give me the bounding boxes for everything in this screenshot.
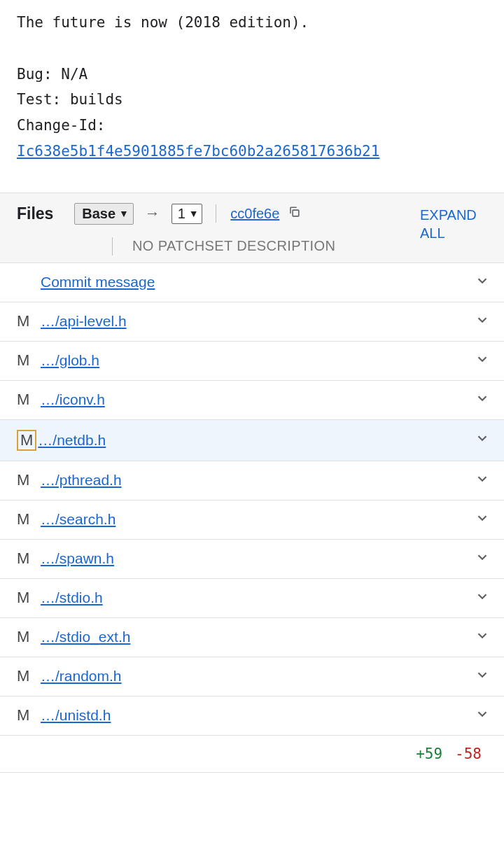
chevron-down-icon[interactable] (475, 589, 490, 608)
file-row[interactable]: M…/random.h (0, 657, 504, 696)
file-link[interactable]: …/search.h (41, 511, 475, 528)
file-status-letter: M (17, 667, 41, 685)
test-label: Test: (17, 91, 61, 108)
bug-label: Bug: (17, 66, 52, 83)
chevron-down-icon[interactable] (475, 351, 490, 370)
file-status-letter: M (17, 706, 41, 724)
chevron-down-icon[interactable] (475, 391, 490, 410)
commit-hash-link[interactable]: cc0fe6e (230, 206, 279, 221)
file-list: Commit messageM…/api-level.hM…/glob.hM…/… (0, 263, 504, 736)
total-deletions: -58 (455, 746, 482, 762)
file-row[interactable]: M…/search.h (0, 500, 504, 540)
no-patchset-desc: NO PATCHSET DESCRIPTION (132, 238, 335, 254)
commit-subject: The future is now (2018 edition). (17, 14, 309, 31)
arrow-icon: → (145, 204, 160, 223)
caret-down-icon: ▼ (189, 208, 199, 219)
file-link[interactable]: …/glob.h (41, 352, 475, 369)
file-status-letter: M (17, 312, 41, 330)
file-link[interactable]: …/stdio.h (41, 589, 475, 606)
patchset-number: 1 (178, 206, 186, 222)
base-dropdown[interactable]: Base ▼ (74, 203, 134, 225)
base-dropdown-label: Base (82, 206, 115, 222)
separator (112, 237, 113, 255)
file-link[interactable]: …/spawn.h (41, 550, 475, 567)
file-row[interactable]: M…/netdb.h (0, 420, 504, 461)
caret-down-icon: ▼ (119, 208, 129, 219)
svg-rect-0 (293, 210, 299, 216)
file-status-letter: M (17, 550, 41, 568)
chevron-down-icon[interactable] (475, 430, 490, 449)
file-link[interactable]: …/netdb.h (38, 432, 475, 449)
file-link[interactable]: …/stdio_ext.h (41, 629, 475, 645)
file-link[interactable]: …/random.h (41, 668, 475, 685)
bug-value: N/A (61, 66, 88, 83)
file-row[interactable]: M…/unistd.h (0, 696, 504, 736)
files-heading: Files (17, 204, 53, 223)
file-row[interactable]: M…/glob.h (0, 342, 504, 381)
file-link[interactable]: …/iconv.h (41, 391, 475, 408)
chevron-down-icon[interactable] (475, 550, 490, 568)
file-status-letter: M (17, 628, 41, 646)
patchset-dropdown[interactable]: 1 ▼ (172, 204, 202, 224)
file-row[interactable]: M…/pthread.h (0, 461, 504, 500)
file-link[interactable]: …/api-level.h (41, 313, 475, 330)
file-status-letter: M (17, 589, 41, 607)
files-header: Files Base ▼ → 1 ▼ cc0fe6e NO PATCHSET (0, 193, 504, 263)
file-row[interactable]: M…/spawn.h (0, 540, 504, 579)
file-link[interactable]: …/pthread.h (41, 472, 475, 489)
totals-row: +59 -58 (0, 736, 504, 772)
file-row[interactable]: M…/iconv.h (0, 381, 504, 420)
commit-message: The future is now (2018 edition). Bug: N… (0, 0, 504, 192)
copy-icon[interactable] (288, 205, 301, 222)
test-value: builds (70, 91, 123, 108)
file-row[interactable]: M…/stdio_ext.h (0, 618, 504, 657)
expand-all-button[interactable]: EXPAND ALL (420, 206, 490, 242)
file-status-letter: M (17, 351, 41, 370)
file-status-letter: M (17, 510, 41, 528)
change-id-link[interactable]: Ic638e5b1f4e5901885fe7bc60b2a265817636b2… (17, 143, 379, 160)
file-status-letter: M (17, 430, 36, 451)
file-link[interactable]: Commit message (41, 274, 475, 290)
chevron-down-icon[interactable] (475, 273, 490, 292)
chevron-down-icon[interactable] (475, 667, 490, 686)
chevron-down-icon[interactable] (475, 471, 490, 490)
chevron-down-icon[interactable] (475, 312, 490, 331)
file-row[interactable]: M…/stdio.h (0, 579, 504, 618)
chevron-down-icon[interactable] (475, 628, 490, 647)
file-link[interactable]: …/unistd.h (41, 707, 475, 724)
separator (216, 204, 216, 223)
chevron-down-icon[interactable] (475, 706, 490, 725)
change-id-label: Change-Id: (17, 117, 105, 134)
total-additions: +59 (416, 746, 442, 762)
file-status-letter: M (17, 471, 41, 489)
file-row[interactable]: M…/api-level.h (0, 302, 504, 342)
file-status-letter: M (17, 391, 41, 409)
file-row[interactable]: Commit message (0, 263, 504, 302)
chevron-down-icon[interactable] (475, 510, 490, 529)
